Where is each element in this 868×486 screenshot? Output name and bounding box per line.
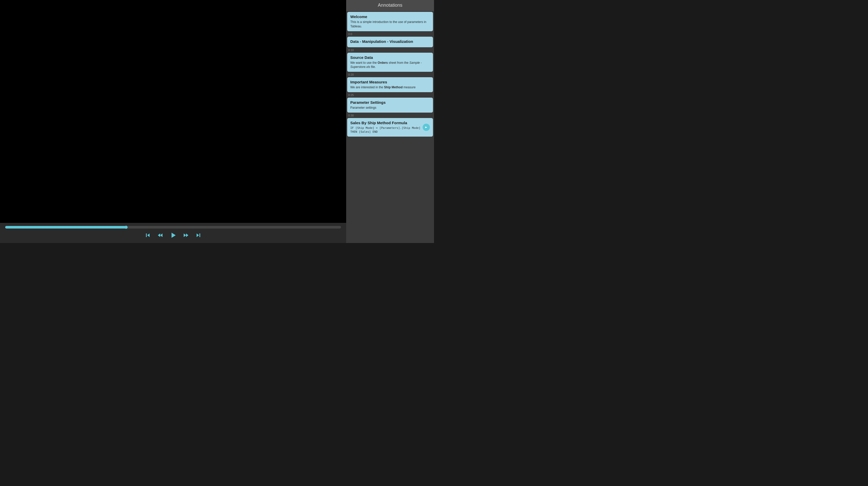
video-screen xyxy=(0,0,346,223)
annotation-time-important-measures: 0:25 xyxy=(347,93,433,97)
play-button[interactable] xyxy=(168,231,178,240)
progress-bar[interactable] xyxy=(5,226,341,229)
svg-rect-1 xyxy=(146,233,147,237)
annotation-card-sales-formula[interactable]: Sales By Ship Method Formula IF [Ship Mo… xyxy=(347,118,433,137)
annotations-panel: Annotations Welcome This is a simple int… xyxy=(346,0,434,243)
annotation-time-source-data: 0:20 xyxy=(347,72,433,77)
skip-back-button[interactable] xyxy=(144,231,152,239)
annotation-card-parameter-settings[interactable]: Parameter Settings Parameter settings xyxy=(347,98,433,112)
svg-marker-5 xyxy=(184,233,186,237)
annotation-title-source-data: Source Data xyxy=(350,55,430,60)
annotation-card-source-data[interactable]: Source Data We want to use the Orders sh… xyxy=(347,53,433,72)
annotation-title-data-manipulation: Data - Manipulation - Visualization xyxy=(350,39,430,44)
expand-button[interactable] xyxy=(423,124,430,131)
annotation-body-welcome: This is a simple introduction to the use… xyxy=(350,20,430,29)
annotation-body-parameter-settings: Parameter settings xyxy=(350,106,430,110)
annotation-title-sales-formula: Sales By Ship Method Formula xyxy=(350,121,421,125)
annotation-card-sales-formula-text: Sales By Ship Method Formula IF [Ship Mo… xyxy=(350,121,421,134)
annotation-body-source-data: We want to use the Orders sheet from the… xyxy=(350,61,430,69)
svg-rect-8 xyxy=(199,233,200,237)
skip-forward-button[interactable] xyxy=(194,231,203,239)
annotation-card-important-measures[interactable]: Important Measures We are interested in … xyxy=(347,77,433,92)
svg-marker-0 xyxy=(147,233,150,237)
annotation-time-parameter-settings: 0:30 xyxy=(347,113,433,118)
annotations-list: Welcome This is a simple introduction to… xyxy=(346,11,434,243)
annotation-title-parameter-settings: Parameter Settings xyxy=(350,100,430,105)
video-area xyxy=(0,0,346,243)
annotation-title-welcome: Welcome xyxy=(350,14,430,19)
svg-marker-6 xyxy=(186,233,188,237)
annotation-title-important-measures: Important Measures xyxy=(350,80,430,84)
svg-marker-4 xyxy=(172,233,176,238)
annotation-card-data-manipulation[interactable]: Data - Manipulation - Visualization xyxy=(347,37,433,47)
annotation-time-data-manipulation: 0:10 xyxy=(347,48,433,52)
main-container: Annotations Welcome This is a simple int… xyxy=(0,0,434,243)
annotation-body-sales-formula: IF [Ship Mode] = [Parameters].[Ship Mode… xyxy=(350,126,421,134)
progress-bar-fill xyxy=(5,226,126,229)
svg-marker-9 xyxy=(425,127,427,128)
svg-marker-2 xyxy=(158,233,160,237)
controls-bar xyxy=(0,223,346,243)
annotation-card-welcome[interactable]: Welcome This is a simple introduction to… xyxy=(347,12,433,31)
progress-bar-handle xyxy=(125,226,128,229)
svg-marker-7 xyxy=(196,233,199,237)
controls-buttons xyxy=(5,231,341,240)
annotation-time-welcome: 0:0 xyxy=(347,32,433,36)
annotation-body-important-measures: We are interested in the Ship Method mea… xyxy=(350,85,430,90)
svg-marker-3 xyxy=(160,233,162,237)
annotations-header: Annotations xyxy=(346,0,434,11)
rewind-button[interactable] xyxy=(156,231,164,239)
fast-forward-button[interactable] xyxy=(182,231,190,239)
